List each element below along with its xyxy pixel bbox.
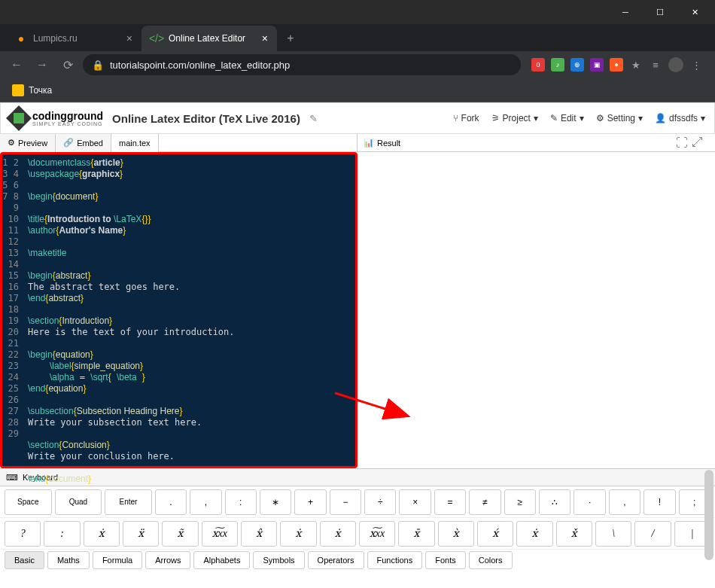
key[interactable]: / bbox=[634, 521, 671, 547]
key[interactable]: ẋ bbox=[516, 521, 552, 547]
ext-icon[interactable]: ≡ bbox=[649, 58, 662, 72]
fork-button[interactable]: ⑂Fork bbox=[453, 113, 479, 123]
ext-icon[interactable]: ● bbox=[610, 58, 623, 72]
key[interactable]: x̄ bbox=[398, 521, 434, 547]
key[interactable]: · bbox=[574, 489, 605, 515]
back-button[interactable]: ← bbox=[6, 54, 27, 75]
scrollbar[interactable] bbox=[704, 470, 713, 560]
project-menu[interactable]: ⚞Project▾ bbox=[491, 113, 538, 123]
key[interactable]: ∗ bbox=[260, 489, 291, 515]
kb-tab[interactable]: Fonts bbox=[425, 551, 466, 569]
key[interactable]: Quad bbox=[55, 489, 102, 515]
key[interactable]: ≥ bbox=[504, 489, 536, 515]
key[interactable]: x͠xx bbox=[202, 521, 238, 547]
ext-icon[interactable]: ⊕ bbox=[570, 58, 584, 72]
url-field[interactable]: 🔒 tutorialspoint.com/online_latex_editor… bbox=[83, 54, 521, 75]
avatar-icon[interactable] bbox=[668, 57, 683, 72]
kb-tab[interactable]: Arrows bbox=[145, 551, 190, 569]
kb-tab[interactable]: Colors bbox=[469, 551, 513, 569]
fullscreen-button[interactable]: ⛶ ⤢ bbox=[670, 136, 709, 150]
code-content[interactable]: \documentclass{article} \usepackage{grap… bbox=[23, 154, 355, 488]
close-icon[interactable]: × bbox=[126, 32, 132, 44]
edit-menu[interactable]: ✎Edit▾ bbox=[550, 113, 584, 123]
key[interactable]: , bbox=[609, 489, 640, 515]
kb-tab[interactable]: Functions bbox=[367, 551, 423, 569]
key[interactable]: x̀ bbox=[438, 521, 474, 547]
menu-icon[interactable]: ⋮ bbox=[689, 58, 703, 72]
new-tab-button[interactable]: + bbox=[280, 28, 301, 49]
kb-tab[interactable]: Operators bbox=[308, 551, 364, 569]
key[interactable]: ẋ bbox=[84, 521, 120, 547]
maximize-button[interactable]: ☐ bbox=[643, 0, 677, 24]
key[interactable]: x̂ bbox=[241, 521, 277, 547]
kb-tab[interactable]: Formula bbox=[93, 551, 142, 569]
browser-tab-lumpics[interactable]: ● Lumpics.ru × bbox=[6, 26, 141, 51]
key[interactable]: ≠ bbox=[469, 489, 500, 515]
ext-icon[interactable]: ▣ bbox=[590, 58, 604, 72]
favicon-icon: ● bbox=[15, 32, 27, 44]
edit-icon[interactable]: ✎ bbox=[309, 113, 318, 124]
ext-icon[interactable]: ♪ bbox=[551, 58, 564, 72]
key[interactable]: − bbox=[330, 489, 361, 515]
key[interactable]: = bbox=[434, 489, 466, 515]
chevron-down-icon: ▾ bbox=[701, 113, 705, 123]
key[interactable]: × bbox=[399, 489, 431, 515]
ext-icon[interactable]: ★ bbox=[629, 58, 643, 72]
keyboard-row-2: ?:ẋẍx̃x͠xxx̂ẋẋx͠xxx̄x̀x́ẋx̌\/| bbox=[0, 518, 715, 550]
minimize-button[interactable]: ─ bbox=[608, 0, 643, 24]
header-actions: ⑂Fork ⚞Project▾ ✎Edit▾ ⚙Setting▾ 👤dfssdf… bbox=[453, 113, 705, 123]
chevron-down-icon: ▾ bbox=[534, 113, 538, 123]
code-editor[interactable]: 1 2 3 4 5 6 7 8 9 10 11 12 13 14 15 16 1… bbox=[0, 152, 358, 468]
key[interactable]: \ bbox=[595, 521, 631, 547]
tab-preview[interactable]: ⚙Preview bbox=[0, 134, 56, 152]
logo-icon bbox=[6, 105, 32, 131]
app-header: codingground SIMPLY EASY CODING Online L… bbox=[0, 102, 715, 134]
result-pane bbox=[358, 152, 715, 468]
key[interactable]: Space bbox=[5, 489, 52, 515]
kb-tab[interactable]: Alphabets bbox=[193, 551, 250, 569]
logo-subtitle: SIMPLY EASY CODING bbox=[32, 121, 103, 126]
tab-embed[interactable]: 🔗Embed bbox=[56, 134, 111, 152]
logo[interactable]: codingground SIMPLY EASY CODING bbox=[10, 109, 103, 127]
editor-area: 1 2 3 4 5 6 7 8 9 10 11 12 13 14 15 16 1… bbox=[0, 152, 715, 468]
key[interactable]: x̌ bbox=[556, 521, 592, 547]
kb-tab[interactable]: Basic bbox=[5, 551, 44, 569]
key[interactable]: ẍ bbox=[123, 521, 159, 547]
bookmark-item[interactable]: Точка bbox=[29, 85, 52, 96]
key[interactable]: ? bbox=[5, 521, 41, 547]
folder-icon bbox=[12, 84, 24, 96]
tab-label: Lumpics.ru bbox=[33, 33, 78, 44]
tab-file[interactable]: main.tex bbox=[111, 134, 159, 152]
bookmarks-bar: Точка bbox=[0, 78, 715, 102]
key[interactable]: : bbox=[225, 489, 257, 515]
key[interactable]: x͠xx bbox=[359, 521, 395, 547]
key[interactable]: : bbox=[44, 521, 80, 547]
key[interactable]: . bbox=[155, 489, 187, 515]
key[interactable]: x̃ bbox=[162, 521, 198, 547]
ext-icon[interactable]: 0 bbox=[531, 58, 545, 72]
panel-tabs: ⚙Preview 🔗Embed main.tex 📊 Result ⛶ ⤢ bbox=[0, 134, 715, 152]
key[interactable]: ! bbox=[644, 489, 675, 515]
user-icon: 👤 bbox=[655, 113, 666, 123]
sitemap-icon: ⚞ bbox=[491, 113, 500, 123]
key[interactable]: , bbox=[190, 489, 221, 515]
key[interactable]: x́ bbox=[477, 521, 513, 547]
kb-tab[interactable]: Maths bbox=[47, 551, 90, 569]
reload-button[interactable]: ⟳ bbox=[57, 54, 78, 75]
key[interactable]: ẋ bbox=[320, 521, 356, 547]
chart-icon: 📊 bbox=[364, 138, 374, 148]
close-icon[interactable]: × bbox=[262, 32, 268, 44]
key[interactable]: ∴ bbox=[539, 489, 570, 515]
forward-button[interactable]: → bbox=[32, 54, 53, 75]
browser-tab-editor[interactable]: </> Online Latex Editor × bbox=[141, 26, 277, 51]
gear-icon: ⚙ bbox=[596, 113, 604, 123]
key[interactable]: ÷ bbox=[364, 489, 396, 515]
close-button[interactable]: ✕ bbox=[677, 0, 712, 24]
key[interactable]: ẋ bbox=[280, 521, 316, 547]
setting-menu[interactable]: ⚙Setting▾ bbox=[596, 113, 643, 123]
key[interactable]: + bbox=[294, 489, 326, 515]
kb-tab[interactable]: Symbols bbox=[253, 551, 304, 569]
key[interactable]: Enter bbox=[105, 489, 152, 515]
extensions: 0 ♪ ⊕ ▣ ● ★ ≡ ⋮ bbox=[525, 57, 709, 72]
user-menu[interactable]: 👤dfssdfs▾ bbox=[655, 113, 705, 123]
